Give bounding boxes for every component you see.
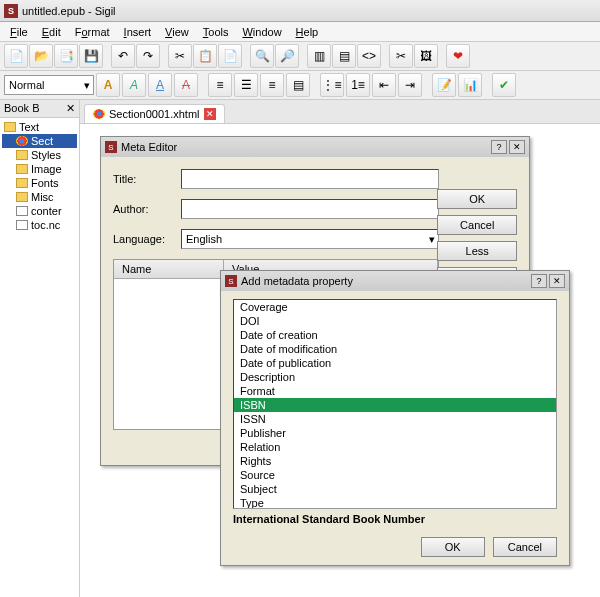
menu-file[interactable]: File [4,24,34,40]
strike-icon[interactable]: A [174,73,198,97]
redo-icon[interactable]: ↷ [136,44,160,68]
ok-button[interactable]: OK [437,189,517,209]
new-icon[interactable]: 📄 [4,44,28,68]
cut-icon[interactable]: ✂ [168,44,192,68]
folder-icon [16,150,28,160]
underline-icon[interactable]: A [148,73,172,97]
property-item[interactable]: Relation [234,440,556,454]
validate-icon[interactable]: ✔ [492,73,516,97]
menu-view[interactable]: View [159,24,195,40]
column-name[interactable]: Name [114,260,224,278]
menu-insert[interactable]: Insert [118,24,158,40]
menu-window[interactable]: Window [236,24,287,40]
list-number-icon[interactable]: 1≡ [346,73,370,97]
folder-icon [4,122,16,132]
format-combo[interactable]: Normal [4,75,94,95]
file-icon [16,220,28,230]
property-item[interactable]: Type [234,496,556,509]
tab-bar: Section0001.xhtml ✕ [80,100,600,124]
align-center-icon[interactable]: ☰ [234,73,258,97]
less-button[interactable]: Less [437,241,517,261]
book-browser-header: Book B✕ [0,100,79,118]
tree-item[interactable]: Image [2,162,77,176]
file-tree[interactable]: TextSectStylesImageFontsMisccontertoc.nc [0,118,79,234]
indent-more-icon[interactable]: ⇥ [398,73,422,97]
close-icon[interactable]: ✕ [509,140,525,154]
menubar: File Edit Format Insert View Tools Windo… [0,22,600,42]
property-item[interactable]: Subject [234,482,556,496]
indent-less-icon[interactable]: ⇤ [372,73,396,97]
menu-help[interactable]: Help [290,24,325,40]
tree-item[interactable]: Misc [2,190,77,204]
property-item[interactable]: Date of modification [234,342,556,356]
menu-edit[interactable]: Edit [36,24,67,40]
language-select[interactable]: English [181,229,439,249]
property-item[interactable]: Coverage [234,300,556,314]
ok-button[interactable]: OK [421,537,485,557]
window-titlebar: S untitled.epub - Sigil [0,0,600,22]
split-icon[interactable]: ✂ [389,44,413,68]
tree-item[interactable]: Sect [2,134,77,148]
list-bullet-icon[interactable]: ⋮≡ [320,73,344,97]
addfile-icon[interactable]: 📑 [54,44,78,68]
italic-icon[interactable]: A [122,73,146,97]
cancel-button[interactable]: Cancel [437,215,517,235]
tree-item[interactable]: conter [2,204,77,218]
tab-label: Section0001.xhtml [109,108,200,120]
property-item[interactable]: Date of publication [234,356,556,370]
meta-editor-titlebar[interactable]: S Meta Editor ? ✕ [101,137,529,157]
align-justify-icon[interactable]: ▤ [286,73,310,97]
chrome-icon [93,109,105,119]
property-item[interactable]: ISBN [234,398,556,412]
tree-item[interactable]: toc.nc [2,218,77,232]
property-item[interactable]: Source [234,468,556,482]
property-item[interactable]: Rights [234,454,556,468]
property-item[interactable]: ISSN [234,412,556,426]
add-property-titlebar[interactable]: S Add metadata property ? ✕ [221,271,569,291]
meta-editor-title: Meta Editor [121,141,177,153]
tree-item[interactable]: Styles [2,148,77,162]
tree-item[interactable]: Fonts [2,176,77,190]
bold-icon[interactable]: A [96,73,120,97]
split-view-icon[interactable]: ▤ [332,44,356,68]
property-item[interactable]: Description [234,370,556,384]
menu-format[interactable]: Format [69,24,116,40]
donate-icon[interactable]: ❤ [446,44,470,68]
tree-item[interactable]: Text [2,120,77,134]
metadata-icon[interactable]: 📝 [432,73,456,97]
close-icon[interactable]: ✕ [549,274,565,288]
add-property-title: Add metadata property [241,275,353,287]
toc-icon[interactable]: 📊 [458,73,482,97]
help-icon[interactable]: ? [491,140,507,154]
open-icon[interactable]: 📂 [29,44,53,68]
code-view-icon[interactable]: <> [357,44,381,68]
property-item[interactable]: Date of creation [234,328,556,342]
paste-icon[interactable]: 📄 [218,44,242,68]
save-icon[interactable]: 💾 [79,44,103,68]
cancel-button[interactable]: Cancel [493,537,557,557]
align-right-icon[interactable]: ≡ [260,73,284,97]
menu-tools[interactable]: Tools [197,24,235,40]
property-description: International Standard Book Number [221,509,569,529]
insert-image-icon[interactable]: 🖼 [414,44,438,68]
title-input[interactable] [181,169,439,189]
app-icon: S [105,141,117,153]
author-input[interactable] [181,199,439,219]
folder-icon [16,192,28,202]
help-icon[interactable]: ? [531,274,547,288]
copy-icon[interactable]: 📋 [193,44,217,68]
align-left-icon[interactable]: ≡ [208,73,232,97]
panel-close-icon[interactable]: ✕ [66,102,75,115]
book-view-icon[interactable]: ▥ [307,44,331,68]
replace-icon[interactable]: 🔎 [275,44,299,68]
tab-section[interactable]: Section0001.xhtml ✕ [84,104,225,123]
property-listbox[interactable]: CoverageDOIDate of creationDate of modif… [233,299,557,509]
toolbar-format: Normal A A A A ≡ ☰ ≡ ▤ ⋮≡ 1≡ ⇤ ⇥ 📝 📊 ✔ [0,71,600,100]
folder-icon [16,164,28,174]
undo-icon[interactable]: ↶ [111,44,135,68]
property-item[interactable]: DOI [234,314,556,328]
property-item[interactable]: Publisher [234,426,556,440]
find-icon[interactable]: 🔍 [250,44,274,68]
property-item[interactable]: Format [234,384,556,398]
tab-close-icon[interactable]: ✕ [204,108,216,120]
